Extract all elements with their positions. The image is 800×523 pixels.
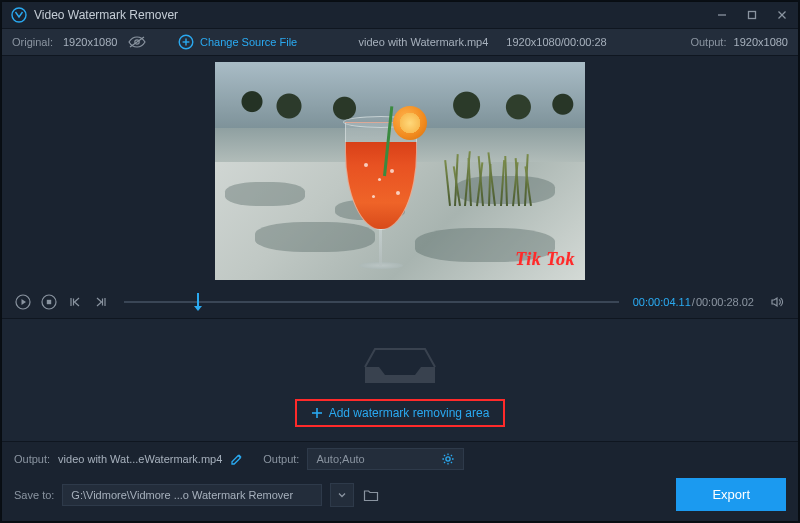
footer: Output: video with Wat...eWatermark.mp4 …: [2, 442, 798, 521]
play-button[interactable]: [14, 293, 32, 311]
time-sep: /: [692, 296, 695, 308]
original-label: Original:: [12, 36, 53, 48]
export-button[interactable]: Export: [676, 478, 786, 511]
output-label: Output:: [690, 36, 726, 48]
preview-area: Tik Tok: [2, 56, 798, 286]
change-source-button[interactable]: Change Source File: [178, 34, 297, 50]
add-watermark-area-button[interactable]: Add watermark removing area: [295, 399, 506, 427]
eye-toggle-icon[interactable]: [127, 35, 147, 49]
svg-point-15: [446, 457, 450, 461]
output-format-select[interactable]: Auto;Auto: [307, 448, 463, 470]
output-format-value: Auto;Auto: [316, 453, 364, 465]
app-window: Video Watermark Remover Original: 1920x1…: [2, 2, 798, 521]
stop-button[interactable]: [40, 293, 58, 311]
saveto-path-input[interactable]: G:\Vidmore\Vidmore ...o Watermark Remove…: [62, 484, 322, 506]
app-title: Video Watermark Remover: [34, 8, 714, 22]
maximize-button[interactable]: [744, 7, 760, 23]
saveto-dropdown-button[interactable]: [330, 483, 354, 507]
close-button[interactable]: [774, 7, 790, 23]
next-frame-button[interactable]: [92, 293, 110, 311]
timeline-handle[interactable]: [197, 293, 199, 307]
minimize-button[interactable]: [714, 7, 730, 23]
window-buttons: [714, 7, 790, 23]
output-resolution: 1920x1080: [734, 36, 788, 48]
open-folder-button[interactable]: [362, 486, 380, 504]
output-format-label: Output:: [263, 453, 299, 465]
video-preview[interactable]: Tik Tok: [215, 62, 585, 280]
svg-rect-12: [47, 300, 51, 304]
change-source-label: Change Source File: [200, 36, 297, 48]
total-time: 00:00:28.02: [696, 296, 754, 308]
prev-frame-button[interactable]: [66, 293, 84, 311]
output-filename: video with Wat...eWatermark.mp4: [58, 453, 222, 465]
source-filename: video with Watermark.mp4: [359, 36, 489, 48]
plus-icon: [311, 407, 323, 419]
info-bar: Original: 1920x1080 Change Source File v…: [2, 28, 798, 56]
volume-icon[interactable]: [768, 293, 786, 311]
watermark-overlay: Tik Tok: [515, 249, 575, 270]
chevron-down-icon: [337, 490, 347, 500]
watermark-areas-panel: Add watermark removing area: [2, 318, 798, 442]
tray-icon: [357, 333, 443, 385]
source-meta: 1920x1080/00:00:28: [506, 36, 606, 48]
timeline-scrubber[interactable]: [124, 293, 619, 311]
saveto-label: Save to:: [14, 489, 54, 501]
titlebar: Video Watermark Remover: [2, 2, 798, 28]
svg-rect-2: [749, 12, 756, 19]
add-area-label: Add watermark removing area: [329, 406, 490, 420]
original-resolution: 1920x1080: [63, 36, 117, 48]
app-logo-icon: [10, 6, 28, 24]
plus-circle-icon: [178, 34, 194, 50]
edit-filename-button[interactable]: [230, 453, 243, 466]
playback-controls: 00:00:04.11/00:00:28.02: [2, 286, 798, 318]
current-time: 00:00:04.11: [633, 296, 691, 308]
gear-icon[interactable]: [441, 452, 455, 466]
svg-point-0: [12, 8, 26, 22]
output-file-label: Output:: [14, 453, 50, 465]
